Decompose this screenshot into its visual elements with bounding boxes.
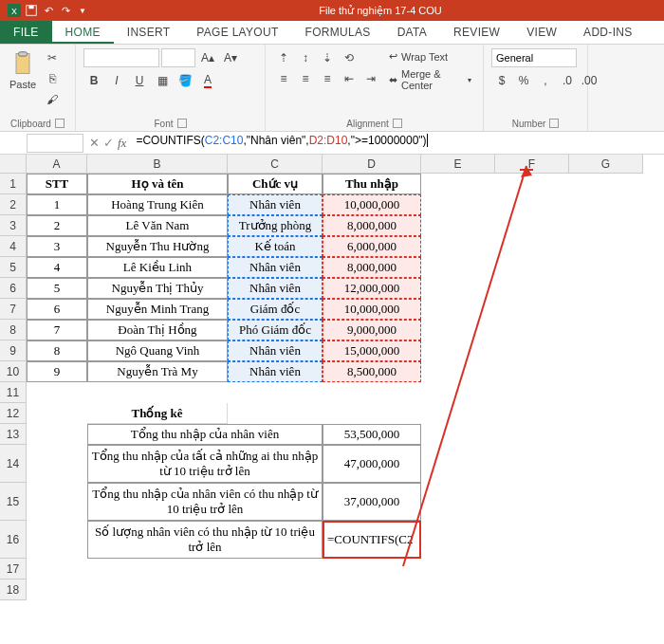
cell-C8[interactable]: Phó Giám đốc	[228, 320, 323, 340]
increase-font-icon[interactable]: A▴	[197, 48, 218, 67]
wrap-text-button[interactable]: ↩Wrap Text	[385, 48, 475, 64]
tab-review[interactable]: REVIEW	[440, 21, 513, 44]
tab-home[interactable]: HOME	[52, 21, 114, 44]
merge-center-button[interactable]: ⬌Merge & Center▾	[385, 66, 475, 93]
redo-icon[interactable]: ↷	[59, 4, 72, 17]
comma-icon[interactable]: ,	[535, 71, 556, 90]
row-header-2[interactable]: 2	[0, 194, 27, 215]
font-size-select[interactable]	[161, 48, 195, 67]
formula-input[interactable]: =COUNTIFS(C2:C10,"Nhân viên",D2:D10,">=1…	[132, 134, 664, 153]
row-header-11[interactable]: 11	[0, 382, 27, 403]
cell-B2[interactable]: Hoàng Trung Kiên	[87, 194, 228, 215]
accounting-icon[interactable]: $	[491, 71, 512, 90]
decrease-decimal-icon[interactable]: .00	[579, 71, 599, 90]
cell-D7[interactable]: 10,000,000	[323, 299, 421, 320]
cell-D2[interactable]: 10,000,000	[323, 194, 421, 215]
col-header-E[interactable]: E	[421, 155, 495, 174]
row-header-7[interactable]: 7	[0, 299, 27, 320]
cell-B15[interactable]: Tổng thu nhập của nhân viên có thu nhập …	[87, 483, 323, 521]
row-header-5[interactable]: 5	[0, 257, 27, 278]
save-icon[interactable]	[25, 4, 38, 17]
cell-A1[interactable]: STT	[27, 174, 87, 194]
copy-icon[interactable]: ⎘	[42, 69, 63, 88]
cell-C2[interactable]: Nhân viên	[228, 194, 323, 215]
cell-B9[interactable]: Ngô Quang Vinh	[87, 340, 228, 361]
align-right-icon[interactable]: ≡	[317, 69, 338, 88]
cell-B13[interactable]: Tổng thu nhập của nhân viên	[87, 424, 323, 445]
cell-B5[interactable]: Lê Kiều Linh	[87, 257, 228, 278]
cell-D6[interactable]: 12,000,000	[323, 278, 421, 299]
cell-C7[interactable]: Giám đốc	[228, 299, 323, 320]
name-box[interactable]	[27, 134, 83, 153]
cell-B1[interactable]: Họ và tên	[87, 174, 228, 194]
orientation-icon[interactable]: ⟲	[339, 48, 360, 67]
tab-view[interactable]: VIEW	[513, 21, 570, 44]
cell-A2[interactable]: 1	[27, 194, 87, 215]
row-header-10[interactable]: 10	[0, 361, 27, 382]
tab-formulas[interactable]: FORMULAS	[292, 21, 384, 44]
cell-A5[interactable]: 4	[27, 257, 87, 278]
row-header-9[interactable]: 9	[0, 340, 27, 361]
cell-B12[interactable]: Thống kê	[87, 403, 228, 424]
row-header-6[interactable]: 6	[0, 278, 27, 299]
increase-decimal-icon[interactable]: .0	[557, 71, 578, 90]
fx-icon[interactable]: fx	[118, 136, 126, 151]
cell-D16[interactable]: =COUNTIFS(C2	[323, 521, 421, 559]
italic-icon[interactable]: I	[106, 71, 127, 90]
align-left-icon[interactable]: ≡	[273, 69, 294, 88]
cell-B14[interactable]: Tổng thu nhập của tất cả những ai thu nh…	[87, 445, 323, 483]
tab-data[interactable]: DATA	[384, 21, 440, 44]
cell-D14[interactable]: 47,000,000	[323, 445, 421, 483]
cell-D8[interactable]: 9,000,000	[323, 320, 421, 340]
cell-A10[interactable]: 9	[27, 361, 87, 382]
cell-B4[interactable]: Nguyễn Thu Hường	[87, 236, 228, 257]
number-launcher-icon[interactable]	[549, 119, 559, 128]
cell-C10[interactable]: Nhân viên	[228, 361, 323, 382]
row-header-3[interactable]: 3	[0, 215, 27, 236]
cell-B3[interactable]: Lê Văn Nam	[87, 215, 228, 236]
format-painter-icon[interactable]: 🖌	[42, 90, 63, 109]
row-header-17[interactable]: 17	[0, 559, 27, 580]
cell-A9[interactable]: 8	[27, 340, 87, 361]
tab-file[interactable]: FILE	[0, 21, 52, 44]
tab-page-layout[interactable]: PAGE LAYOUT	[183, 21, 291, 44]
bold-icon[interactable]: B	[83, 71, 104, 90]
col-header-A[interactable]: A	[27, 155, 87, 174]
column-headers[interactable]: ABCDEFG	[27, 155, 643, 174]
tab-add-ins[interactable]: ADD-INS	[570, 21, 645, 44]
cell-D4[interactable]: 6,000,000	[323, 236, 421, 257]
align-bottom-icon[interactable]: ⇣	[317, 48, 338, 67]
enter-icon[interactable]: ✓	[103, 136, 114, 150]
row-header-13[interactable]: 13	[0, 424, 27, 445]
row-header-8[interactable]: 8	[0, 320, 27, 340]
clipboard-launcher-icon[interactable]	[55, 119, 65, 128]
row-header-1[interactable]: 1	[0, 174, 27, 194]
row-header-12[interactable]: 12	[0, 403, 27, 424]
cell-D3[interactable]: 8,000,000	[323, 215, 421, 236]
col-header-D[interactable]: D	[323, 155, 421, 174]
undo-icon[interactable]: ↶	[42, 4, 55, 17]
align-top-icon[interactable]: ⇡	[273, 48, 294, 67]
decrease-font-icon[interactable]: A▾	[220, 48, 241, 67]
cancel-icon[interactable]: ✕	[89, 136, 100, 150]
cell-B10[interactable]: Nguyễn Trà My	[87, 361, 228, 382]
cell-A6[interactable]: 5	[27, 278, 87, 299]
cell-D13[interactable]: 53,500,000	[323, 424, 421, 445]
cell-C9[interactable]: Nhân viên	[228, 340, 323, 361]
percent-icon[interactable]: %	[513, 71, 534, 90]
number-format-select[interactable]	[491, 48, 577, 67]
qat-dropdown-icon[interactable]: ▼	[76, 4, 89, 17]
col-header-B[interactable]: B	[87, 155, 228, 174]
cell-B8[interactable]: Đoàn Thị Hồng	[87, 320, 228, 340]
cell-C1[interactable]: Chức vụ	[228, 174, 323, 194]
paste-button[interactable]: Paste	[8, 48, 38, 92]
row-header-16[interactable]: 16	[0, 521, 27, 559]
row-header-4[interactable]: 4	[0, 236, 27, 257]
font-color-icon[interactable]: A	[197, 71, 218, 90]
cell-D10[interactable]: 8,500,000	[323, 361, 421, 382]
cut-icon[interactable]: ✂	[42, 48, 63, 67]
underline-icon[interactable]: U	[129, 71, 150, 90]
row-header-15[interactable]: 15	[0, 483, 27, 521]
col-header-G[interactable]: G	[569, 155, 643, 174]
row-header-18[interactable]: 18	[0, 580, 27, 600]
